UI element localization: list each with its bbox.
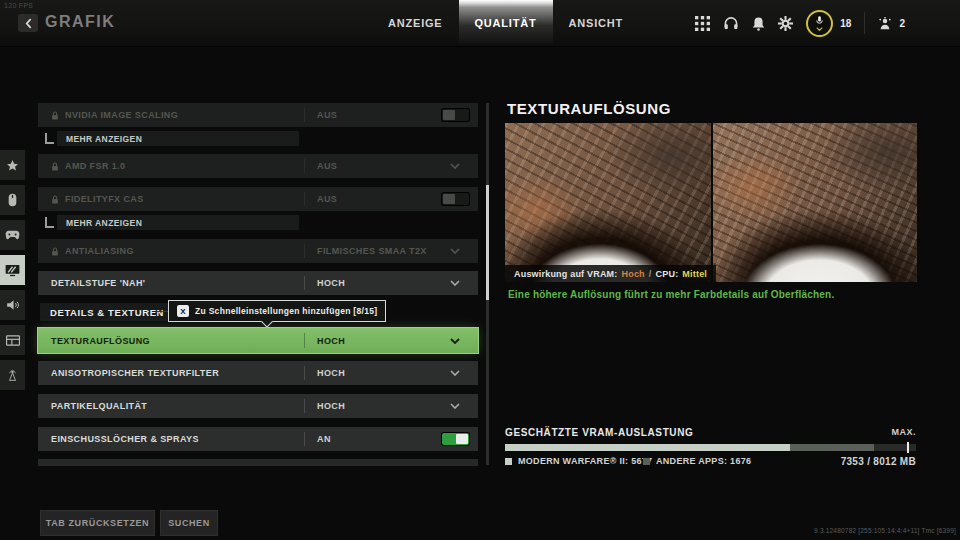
detail-panel-title: TEXTURAUFLÖSUNG xyxy=(507,100,671,117)
setting-row-anisotropischer-texturfilter[interactable]: ANISOTROPISCHER TEXTURFILTER HOCH xyxy=(38,361,478,385)
brick-texture-image xyxy=(505,123,711,282)
impact-prefix: Auswirkung auf VRAM: xyxy=(514,269,618,279)
sub-connector xyxy=(45,133,54,144)
interface-layout-icon xyxy=(6,335,20,346)
tab-qualitaet[interactable]: QUALITÄT xyxy=(459,0,553,46)
legend-swatch-other xyxy=(643,458,650,465)
lock-icon xyxy=(51,162,59,171)
legend-swatch-game xyxy=(505,458,512,465)
setting-row-fidelityfx-cas[interactable]: FIDELITYFX CAS AUS xyxy=(38,187,478,211)
toggle-fidelityfx-cas[interactable] xyxy=(442,193,469,205)
build-version-text: 9.3.12480782 [255:105:14:4:4+11] Tmc [63… xyxy=(814,527,956,534)
more-options-nvidia[interactable]: MEHR ANZEIGEN xyxy=(57,131,299,146)
headset-icon[interactable] xyxy=(723,16,739,31)
sub-connector xyxy=(45,217,54,228)
mouse-icon xyxy=(8,193,17,207)
sidebar-item-audio[interactable] xyxy=(0,290,25,320)
tab-bar: ANZEIGE QUALITÄT ANSICHT xyxy=(372,0,639,46)
section-header-details-texturen: DETAILS & TEXTUREN xyxy=(40,303,174,321)
settings-scrollbar xyxy=(486,103,489,465)
vram-usage-bar xyxy=(505,444,916,451)
sidebar-item-favorites[interactable] xyxy=(0,150,25,180)
setting-row-antialiasing[interactable]: ANTIALIASING FILMISCHES SMAA T2X xyxy=(38,239,478,263)
chevron-down-icon xyxy=(450,280,460,286)
party-count: 2 xyxy=(899,18,905,29)
toggle-einschussloecher-sprays[interactable] xyxy=(442,433,469,445)
impact-cpu-value: Mittel xyxy=(682,269,707,279)
vram-usage-text: 7353 / 8012 MB xyxy=(786,456,916,467)
header-icons: 18 2 xyxy=(695,0,905,46)
sidebar-item-account-network[interactable] xyxy=(0,360,25,390)
setting-row-partial[interactable] xyxy=(38,459,478,466)
setting-row-amd-fsr[interactable]: AMD FSR 1.0 AUS xyxy=(38,154,478,178)
search-button[interactable]: SUCHEN xyxy=(160,510,218,536)
settings-category-sidebar xyxy=(0,150,25,395)
chevron-down-icon xyxy=(450,370,460,376)
tab-anzeige[interactable]: ANZEIGE xyxy=(372,0,459,46)
impact-cpu-label: CPU: xyxy=(656,269,679,279)
chevron-down-icon xyxy=(450,338,460,344)
gamepad-icon xyxy=(5,230,20,240)
tab-ansicht[interactable]: ANSICHT xyxy=(553,0,640,46)
setting-description: Eine höhere Auflösung führt zu mehr Farb… xyxy=(508,289,928,300)
microphone-icon xyxy=(815,16,824,27)
vram-bar-other xyxy=(790,444,874,451)
impact-vram-value: Hoch xyxy=(622,269,645,279)
sidebar-item-mouse-keyboard[interactable] xyxy=(0,185,25,215)
chevron-down-small-icon xyxy=(816,27,823,31)
lock-icon xyxy=(51,247,59,256)
setting-row-partikelqualitaet[interactable]: PARTIKELQUALITÄT HOCH xyxy=(38,394,478,418)
speaker-icon xyxy=(6,299,20,311)
texture-preview-low xyxy=(505,123,711,282)
graphics-settings-screen: 120 FPS GRAFIK ANZEIGE QUALITÄT ANSICHT xyxy=(0,0,960,540)
performance-impact-strip: Auswirkung auf VRAM: Hoch / CPU: Mittel xyxy=(505,265,716,282)
chevron-down-icon xyxy=(450,248,460,254)
brick-texture-image xyxy=(713,123,917,282)
texture-preview-high xyxy=(713,123,917,282)
tooltip-caret xyxy=(261,316,272,327)
sidebar-item-graphics[interactable] xyxy=(0,255,25,285)
vram-max-tick xyxy=(907,442,909,453)
keybind-x-badge: X xyxy=(177,305,189,317)
section-divider xyxy=(157,311,168,312)
lock-icon xyxy=(51,111,59,120)
display-graphics-icon xyxy=(5,264,20,277)
lock-icon xyxy=(51,195,59,204)
setting-row-einschussloecher-sprays[interactable]: EINSCHUSSLÖCHER & SPRAYS AN xyxy=(38,427,478,451)
vram-usage-title: GESCHÄTZTE VRAM-AUSLASTUNG xyxy=(505,427,693,438)
party-social-icon[interactable] xyxy=(878,17,892,30)
voice-channel-badge[interactable] xyxy=(806,10,833,37)
grid-menu-icon[interactable] xyxy=(695,16,710,31)
back-button[interactable] xyxy=(18,14,38,32)
settings-gear-icon[interactable] xyxy=(778,16,793,31)
vram-bar-game xyxy=(505,444,790,451)
setting-row-detailstufe-nah[interactable]: DETAILSTUFE 'NAH' HOCH xyxy=(38,271,478,295)
scrollbar-thumb[interactable] xyxy=(486,185,489,300)
toggle-nvidia-image-scaling[interactable] xyxy=(442,109,469,121)
top-bar: 120 FPS GRAFIK ANZEIGE QUALITÄT ANSICHT xyxy=(0,0,960,47)
quick-settings-tooltip: X Zu Schnelleinstellungen hinzufügen [8/… xyxy=(168,300,386,322)
impact-separator: / xyxy=(649,269,652,279)
tooltip-text: Zu Schnelleinstellungen hinzufügen [8/15… xyxy=(195,306,377,316)
setting-row-nvidia-image-scaling[interactable]: NVIDIA IMAGE SCALING AUS xyxy=(38,103,478,127)
fps-counter: 120 FPS xyxy=(4,2,33,9)
star-icon xyxy=(6,159,19,172)
sidebar-item-interface[interactable] xyxy=(0,325,25,355)
reset-tab-button[interactable]: TAB ZURÜCKSETZEN xyxy=(40,510,155,536)
voice-channel-count: 18 xyxy=(840,18,851,29)
setting-row-texturaufloesung[interactable]: TEXTURAUFLÖSUNG HOCH xyxy=(38,328,478,353)
chevron-down-icon xyxy=(450,403,460,409)
back-chevron-icon xyxy=(25,18,32,29)
antenna-tower-icon xyxy=(6,369,19,382)
chevron-down-icon xyxy=(450,163,460,169)
header-separator xyxy=(864,12,865,34)
vram-max-label: MAX. xyxy=(846,427,916,437)
more-options-fidelityfx[interactable]: MEHR ANZEIGEN xyxy=(57,215,299,230)
notifications-bell-icon[interactable] xyxy=(752,16,765,31)
vram-legend-other: ANDERE APPS: 1676 xyxy=(643,456,751,466)
vram-legend-game: MODERN WARFARE® II: 5677 xyxy=(505,456,652,466)
page-title: GRAFIK xyxy=(45,13,115,31)
sidebar-item-controller[interactable] xyxy=(0,220,25,250)
